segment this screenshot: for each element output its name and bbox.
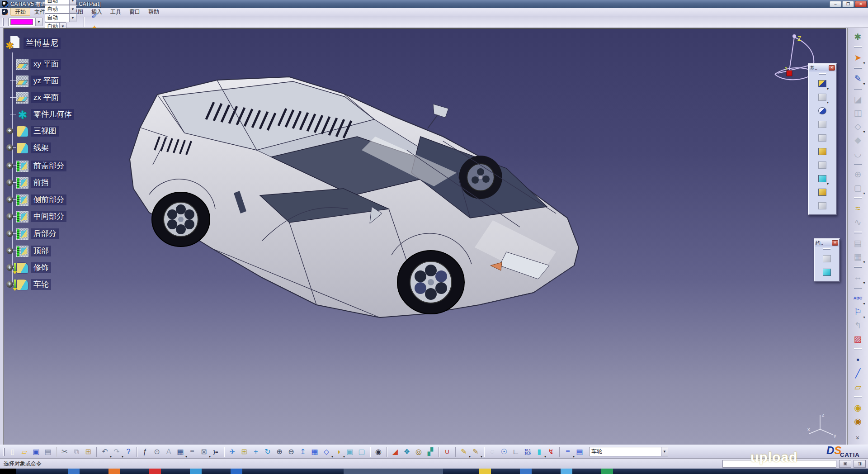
tree-item-label[interactable]: 车轮 <box>31 279 51 290</box>
lock-icon[interactable]: ⊠ <box>198 446 210 458</box>
transformation-icon[interactable]: ↔ <box>851 270 865 284</box>
pad-icon[interactable] <box>816 77 829 90</box>
more-tools-chevron-icon[interactable]: » <box>854 436 861 440</box>
tree-item-label[interactable]: 后部分 <box>31 228 59 239</box>
tree-item-5[interactable]: +线架 <box>16 141 51 155</box>
tree-item-1[interactable]: yz 平面 <box>16 74 61 88</box>
text-a-icon[interactable]: A <box>163 446 175 458</box>
chevron-down-icon[interactable]: ▼ <box>69 0 76 5</box>
taskbar-item-2[interactable] <box>108 469 120 474</box>
tree-item-label[interactable]: zx 平面 <box>31 92 61 103</box>
toolbar-grip[interactable] <box>854 88 862 90</box>
formula-icon[interactable]: ƒ <box>139 446 151 458</box>
manipulate-icon[interactable]: ☉ <box>498 446 510 458</box>
tree-item-9[interactable]: +中间部分 <box>16 210 66 223</box>
format-combo-1[interactable]: 自动▼ <box>45 5 76 14</box>
tree-item-label[interactable]: 零件几何体 <box>31 109 74 120</box>
toolbar-grip[interactable] <box>854 197 862 199</box>
windows-taskbar[interactable] <box>0 469 868 474</box>
close-icon[interactable]: ✕ <box>829 65 835 71</box>
taskbar-item-5[interactable] <box>231 469 242 474</box>
update-icon[interactable]: ◌ <box>486 446 498 458</box>
minimize-button[interactable]: – <box>830 1 841 7</box>
tree-item-12[interactable]: +修饰 <box>16 261 51 275</box>
taskbar-item-7[interactable] <box>479 469 491 474</box>
tree-item-6[interactable]: +前盖部分 <box>16 159 66 173</box>
toolbar-grip[interactable] <box>854 67 862 69</box>
distortion-analysis-icon[interactable]: ▞ <box>425 446 436 458</box>
helix-icon[interactable]: ∿ <box>851 215 865 229</box>
boundary-icon[interactable]: ◇ <box>851 119 865 133</box>
tree-item-10[interactable]: +后部分 <box>16 227 59 241</box>
isometric-view-icon[interactable]: ◇ <box>321 446 332 458</box>
maximize-button[interactable]: ❐ <box>842 1 854 7</box>
multi-view-icon[interactable]: ▦ <box>309 446 321 458</box>
toolbar-grip[interactable] <box>854 232 862 233</box>
format-combo-0[interactable]: 自动▼ <box>45 0 76 5</box>
sketch-export-icon[interactable]: ✎ <box>470 446 481 458</box>
constraint-icon[interactable] <box>821 252 833 265</box>
tree-item-4[interactable]: +三视图 <box>16 124 59 138</box>
split-surface-icon[interactable]: ◪ <box>851 92 865 106</box>
named-view-icon[interactable]: ▣ <box>344 446 356 458</box>
workbench-icon[interactable]: ✱ <box>851 30 865 43</box>
redo-icon[interactable]: ↷ <box>111 446 123 458</box>
expand-plus-icon[interactable]: + <box>6 162 13 169</box>
undo-icon[interactable]: ↶ <box>99 446 111 458</box>
constraints-palette[interactable]: 约.. ✕ <box>814 238 840 282</box>
expand-plus-icon[interactable]: + <box>6 230 13 237</box>
fly-mode-icon[interactable]: ✈ <box>226 446 238 458</box>
comment-icon[interactable]: ⊙ <box>151 446 163 458</box>
sketch-tracer-icon[interactable]: ✎ <box>458 446 470 458</box>
camera-icon[interactable]: ◉ <box>373 446 384 458</box>
menu-item-0[interactable]: 开始 <box>10 8 30 16</box>
exchange-icon[interactable]: ▮ <box>533 446 545 458</box>
constraint-dim-icon[interactable] <box>821 266 833 278</box>
expand-plus-icon[interactable]: + <box>6 196 13 203</box>
expand-plus-icon[interactable]: + <box>6 179 13 186</box>
hide-show-icon[interactable]: ▢ <box>356 446 368 458</box>
whats-this-icon[interactable]: ? <box>123 446 134 458</box>
tree-item-13[interactable]: +车轮 <box>16 278 51 291</box>
mapping-analysis-icon[interactable]: ◎ <box>413 446 425 458</box>
workbench-combo[interactable]: 车轮 ▼ <box>589 447 668 456</box>
tree-item-label[interactable]: 侧前部分 <box>31 194 66 205</box>
tree-item-label[interactable]: 线架 <box>31 142 51 153</box>
point-icon[interactable]: ▪ <box>851 353 865 366</box>
format-combo-2[interactable]: 自动▼ <box>45 14 76 22</box>
tree-item-3[interactable]: 零件几何体 <box>16 108 74 121</box>
grab-view-icon[interactable]: ↰ <box>851 318 865 332</box>
paste-icon[interactable]: ⊞ <box>82 446 94 458</box>
parameters-icon[interactable]: }= <box>210 446 222 458</box>
apply-material-icon[interactable]: ▨ <box>851 332 865 346</box>
tree-item-label[interactable]: 前盖部分 <box>31 161 66 171</box>
render-style-icon[interactable]: ◑ <box>332 446 344 458</box>
tree-item-11[interactable]: +顶部 <box>16 244 51 258</box>
menu-item-5[interactable]: 工具 <box>106 8 125 15</box>
menu-item-7[interactable]: 帮助 <box>144 8 163 15</box>
tree-item-8[interactable]: +侧前部分 <box>16 193 66 207</box>
chevron-down-icon[interactable]: ▼ <box>69 14 76 22</box>
groove-icon[interactable] <box>816 118 829 130</box>
new-document-icon[interactable]: ▯ <box>7 446 19 458</box>
color-combo[interactable]: ▼ <box>8 18 42 26</box>
draft-analysis-icon[interactable]: ◢ <box>389 446 401 458</box>
tree-root-label[interactable]: 兰博基尼 <box>24 38 61 49</box>
tree-item-label[interactable]: 顶部 <box>31 246 51 256</box>
hole-icon[interactable] <box>816 132 829 144</box>
curvature-analysis-icon[interactable]: ❖ <box>401 446 413 458</box>
fit-all-in-icon[interactable]: ⊞ <box>238 446 250 458</box>
tree-item-7[interactable]: +前挡 <box>16 176 51 190</box>
grid-icon[interactable]: ▦ <box>851 250 865 263</box>
line-icon[interactable]: ╱ <box>851 366 865 380</box>
zoom-in-icon[interactable]: ⊕ <box>274 446 285 458</box>
annotation-abc-icon[interactable]: ABC <box>851 291 865 305</box>
measure-between-icon[interactable]: ◉ <box>851 401 865 414</box>
pocket-icon[interactable] <box>816 91 829 103</box>
tree-item-label[interactable]: xy 平面 <box>31 59 61 70</box>
viewport-3d[interactable]: Z x z x y 兰博基尼 xy 平面yz 平面zx 平面零件几何体+三视图+… <box>4 28 846 445</box>
save-icon[interactable]: ▣ <box>30 446 42 458</box>
measure-inertia-icon[interactable]: ◉ <box>851 414 865 428</box>
toolbar-grip[interactable] <box>2 18 4 26</box>
boolean-shape-icon[interactable]: ∪ <box>441 446 453 458</box>
